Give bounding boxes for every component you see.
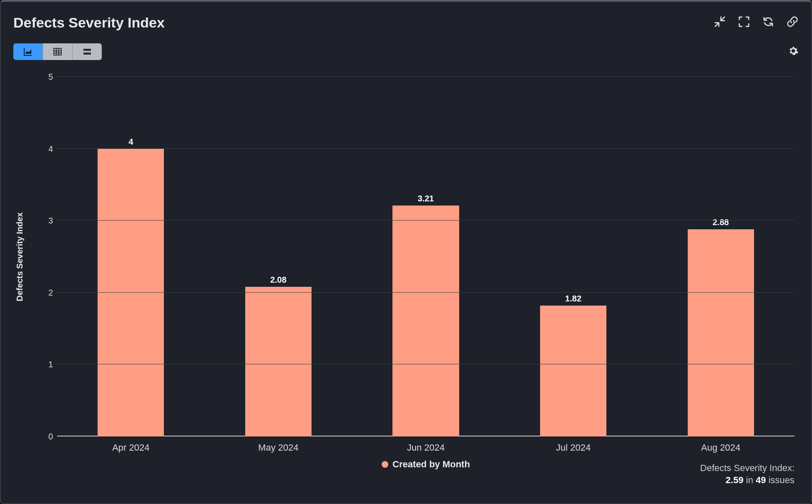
bar[interactable]: 2.08 <box>245 287 312 436</box>
gridline <box>57 364 794 364</box>
chart-panel: Defects Severity Index <box>0 0 812 504</box>
summary-footer: Defects Severity Index: 2.59 in 49 issue… <box>700 462 794 486</box>
gridline <box>57 76 794 77</box>
bar[interactable]: 3.21 <box>392 206 459 436</box>
view-chart-button[interactable] <box>13 43 43 60</box>
y-tick-label: 5 <box>40 72 53 82</box>
svg-point-8 <box>84 53 85 54</box>
y-tick-label: 3 <box>40 216 53 226</box>
summary-count: 49 <box>756 475 766 485</box>
bar-value-label: 3.21 <box>418 194 434 203</box>
y-axis-title: Defects Severity Index <box>15 212 25 301</box>
gridline <box>57 292 794 293</box>
panel-title: Defects Severity Index <box>13 15 165 31</box>
view-table-button[interactable] <box>43 43 73 60</box>
bar[interactable]: 1.82 <box>540 306 606 436</box>
area-chart-icon <box>23 47 33 57</box>
link-icon[interactable] <box>786 15 799 30</box>
chart-area: Defects Severity Index 42.083.211.822.88… <box>24 77 794 436</box>
summary-issues-word: issues <box>769 475 794 485</box>
bar-value-label: 2.08 <box>270 275 287 285</box>
x-tick-label: Jun 2024 <box>407 442 445 453</box>
svg-point-7 <box>84 50 85 50</box>
legend-marker <box>382 461 388 468</box>
y-tick-label: 2 <box>40 288 53 297</box>
x-tick-label: Apr 2024 <box>112 442 149 453</box>
list-icon <box>82 47 92 57</box>
y-tick-label: 4 <box>40 144 53 153</box>
y-tick-label: 1 <box>40 360 53 369</box>
table-icon <box>53 47 63 57</box>
view-toggle-group <box>13 43 102 60</box>
summary-value-line: 2.59 in 49 issues <box>700 474 794 486</box>
header-icon-group <box>714 15 799 30</box>
y-tick-label: 0 <box>40 432 53 441</box>
panel-header: Defects Severity Index <box>13 10 799 35</box>
gear-icon[interactable] <box>788 45 799 58</box>
chart-legend: Created by Month <box>382 459 470 470</box>
svg-rect-0 <box>54 48 61 55</box>
bar[interactable]: 2.88 <box>688 229 754 436</box>
gridline <box>57 220 794 221</box>
view-list-button[interactable] <box>73 43 102 60</box>
plot-area: 42.083.211.822.88 Created by Month 01234… <box>57 77 794 436</box>
bars-container: 42.083.211.822.88 <box>57 77 794 436</box>
x-tick-label: Aug 2024 <box>701 442 740 453</box>
toolbar-row <box>13 43 799 61</box>
bar-value-label: 4 <box>128 137 133 147</box>
fullscreen-icon[interactable] <box>738 15 750 30</box>
collapse-icon[interactable] <box>714 15 726 30</box>
summary-in-word: in <box>746 475 753 485</box>
legend-label: Created by Month <box>392 459 470 470</box>
refresh-icon[interactable] <box>762 15 774 30</box>
summary-label: Defects Severity Index: <box>700 462 794 474</box>
x-tick-label: Jul 2024 <box>556 442 591 453</box>
bar-value-label: 1.82 <box>565 294 581 303</box>
x-tick-label: May 2024 <box>258 442 299 453</box>
gridline <box>57 148 794 149</box>
summary-average: 2.59 <box>726 475 744 485</box>
bar-value-label: 2.88 <box>713 218 729 227</box>
